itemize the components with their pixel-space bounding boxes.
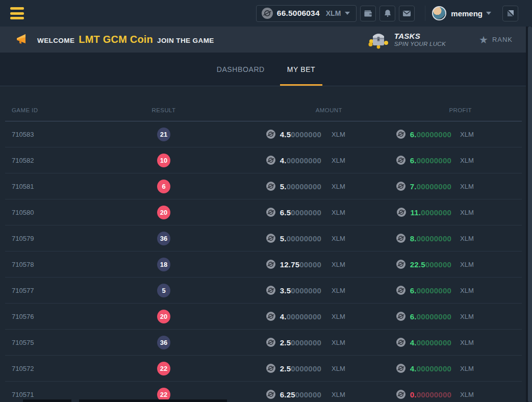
welcome-prefix: WELCOME bbox=[37, 37, 74, 44]
xlm-coin-icon bbox=[397, 208, 406, 217]
cropped-footer-strip bbox=[23, 399, 71, 402]
tab-my-bet[interactable]: MY BET bbox=[280, 53, 322, 86]
amount-currency: XLM bbox=[321, 235, 380, 242]
username[interactable]: memeng bbox=[451, 9, 483, 18]
profit-cell: 4.00000000 bbox=[380, 364, 451, 373]
game-id-cell: 710576 bbox=[12, 313, 139, 320]
wallet-button[interactable] bbox=[360, 6, 376, 21]
notifications-button[interactable] bbox=[379, 6, 395, 21]
scrollbar-thumb[interactable] bbox=[528, 27, 532, 402]
game-id-cell: 710575 bbox=[12, 339, 139, 346]
header-profit: PROFIT bbox=[380, 107, 522, 113]
game-id-cell: 710580 bbox=[12, 209, 139, 216]
result-badge: 22 bbox=[157, 362, 170, 375]
header-game-id: GAME ID bbox=[12, 107, 139, 113]
top-navbar: 66.5006034 XLM memeng bbox=[0, 0, 532, 27]
profit-cell: 6.00000000 bbox=[380, 312, 451, 321]
table-header: GAME ID RESULT AMOUNT PROFIT bbox=[5, 86, 522, 121]
announcement-banner: WELCOME LMT GCM Coin JOIN THE GAME bbox=[0, 27, 532, 53]
result-cell: 6 bbox=[139, 180, 188, 193]
result-cell: 18 bbox=[139, 258, 188, 271]
scrollbar-track[interactable] bbox=[526, 27, 532, 402]
header-amount: AMOUNT bbox=[188, 107, 380, 113]
xlm-coin-icon bbox=[266, 312, 275, 321]
amount-cell: 6.25000000 bbox=[188, 390, 321, 399]
tab-dashboard[interactable]: DASHBOARD bbox=[210, 53, 272, 86]
table-row[interactable]: 710575362.50000000XLM4.00000000XLM bbox=[5, 330, 522, 356]
result-cell: 5 bbox=[139, 284, 188, 297]
profit-currency: XLM bbox=[451, 157, 522, 164]
rank-link[interactable]: ★ RANK bbox=[479, 35, 513, 45]
profit-currency: XLM bbox=[451, 313, 522, 320]
profit-cell: 22.5000000 bbox=[380, 260, 451, 269]
game-id-cell: 710577 bbox=[12, 287, 139, 294]
xlm-coin-icon bbox=[266, 260, 275, 269]
tasks-link[interactable]: TASKS SPIN YOUR LUCK bbox=[368, 30, 446, 49]
xlm-coin-icon bbox=[396, 182, 406, 191]
wallet-icon bbox=[363, 9, 373, 18]
result-cell: 20 bbox=[139, 310, 188, 323]
table-row[interactable]: 71058165.00000000XLM7.00000000XLM bbox=[5, 173, 522, 199]
table-row[interactable]: 710583214.50000000XLM6.00000000XLM bbox=[5, 121, 522, 147]
amount-cell: 12.7500000 bbox=[188, 260, 321, 269]
amount-currency: XLM bbox=[321, 209, 380, 216]
profit-cell: 4.00000000 bbox=[380, 338, 451, 347]
profit-cell: 6.00000000 bbox=[380, 130, 451, 139]
xlm-coin-icon bbox=[262, 8, 273, 19]
messages-button[interactable] bbox=[399, 6, 415, 21]
app-root: 66.5006034 XLM memeng bbox=[0, 0, 532, 402]
balance-amount: 66.5006034 bbox=[277, 9, 320, 18]
result-cell: 20 bbox=[139, 206, 188, 219]
profit-currency: XLM bbox=[451, 209, 522, 216]
table-row[interactable]: 710582104.00000000XLM6.00000000XLM bbox=[5, 147, 522, 173]
table-row[interactable]: 7105781812.7500000XLM22.5000000XLM bbox=[5, 252, 522, 278]
rank-label: RANK bbox=[492, 36, 513, 43]
xlm-coin-icon bbox=[266, 364, 275, 373]
xlm-coin-icon bbox=[266, 182, 275, 191]
game-id-cell: 710572 bbox=[12, 365, 139, 372]
mail-icon bbox=[402, 9, 412, 18]
result-cell: 36 bbox=[139, 232, 188, 245]
tasks-title: TASKS bbox=[394, 32, 446, 40]
amount-currency: XLM bbox=[321, 365, 380, 372]
amount-currency: XLM bbox=[321, 287, 380, 294]
hamburger-menu-icon[interactable] bbox=[10, 7, 24, 19]
profit-cell: 6.00000000 bbox=[380, 286, 451, 295]
profit-cell: 0.00000000 bbox=[380, 390, 451, 399]
result-cell: 22 bbox=[139, 362, 188, 375]
table-row[interactable]: 710576204.00000000XLM6.00000000XLM bbox=[5, 304, 522, 330]
amount-cell: 4.00000000 bbox=[188, 312, 321, 321]
profit-currency: XLM bbox=[451, 287, 522, 294]
amount-cell: 6.50000000 bbox=[188, 208, 321, 217]
table-row[interactable]: 710579365.00000000XLM8.00000000XLM bbox=[5, 225, 522, 252]
result-badge: 21 bbox=[157, 128, 170, 141]
amount-currency: XLM bbox=[321, 157, 380, 164]
table-row[interactable]: 710571226.25000000XLM0.00000000XLM bbox=[5, 382, 522, 402]
profit-currency: XLM bbox=[451, 131, 522, 138]
table-row[interactable]: 710580206.50000000XLM11.0000000XLM bbox=[5, 199, 522, 225]
table-row[interactable]: 71057753.50000000XLM6.00000000XLM bbox=[5, 278, 522, 304]
amount-cell: 2.50000000 bbox=[188, 338, 321, 347]
cropped-footer-strip bbox=[79, 399, 227, 402]
xlm-coin-icon bbox=[266, 286, 275, 295]
amount-currency: XLM bbox=[321, 183, 380, 190]
result-badge: 5 bbox=[157, 284, 170, 297]
amount-currency: XLM bbox=[321, 339, 380, 346]
balance-selector[interactable]: 66.5006034 XLM bbox=[256, 5, 357, 22]
game-id-cell: 710579 bbox=[12, 235, 139, 242]
chat-toggle-button[interactable] bbox=[502, 6, 518, 21]
table-row[interactable]: 710572222.50000000XLM4.00000000XLM bbox=[5, 356, 522, 382]
welcome-suffix: JOIN THE GAME bbox=[157, 37, 214, 44]
balance-currency: XLM bbox=[326, 9, 341, 17]
xlm-coin-icon bbox=[396, 260, 406, 269]
star-icon: ★ bbox=[479, 35, 488, 45]
megaphone-icon bbox=[15, 33, 30, 46]
xlm-coin-icon bbox=[396, 364, 406, 373]
profit-currency: XLM bbox=[451, 261, 522, 268]
result-badge: 18 bbox=[157, 258, 170, 271]
my-bet-table: GAME ID RESULT AMOUNT PROFIT 710583214.5… bbox=[5, 86, 522, 402]
chevron-down-icon[interactable] bbox=[486, 12, 491, 15]
xlm-coin-icon bbox=[396, 338, 406, 347]
avatar[interactable] bbox=[432, 6, 446, 20]
amount-cell: 5.00000000 bbox=[188, 182, 321, 191]
